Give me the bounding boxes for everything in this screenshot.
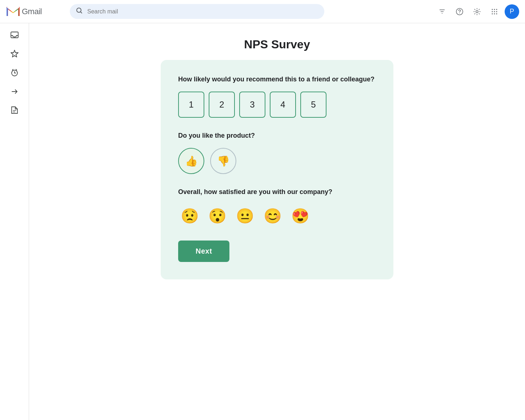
rating-btn-5[interactable]: 5	[300, 92, 326, 118]
sidebar-item-snoozed[interactable]	[6, 64, 23, 81]
svg-point-14	[492, 13, 493, 14]
emoji-btn-3[interactable]: 😐	[233, 204, 257, 227]
thumbs-up-button[interactable]: 👍	[178, 148, 204, 174]
sidebar-item-inbox[interactable]	[6, 26, 23, 44]
emoji-row: 😟 😯 😐 😊 😍	[178, 204, 376, 227]
logo-area: Gmail	[6, 4, 64, 19]
svg-point-10	[496, 9, 497, 10]
emoji-surprised-icon: 😯	[208, 207, 227, 225]
svg-point-16	[496, 13, 497, 14]
main-layout: NPS Survey How likely would you recommen…	[0, 23, 525, 420]
filter-icon	[438, 8, 446, 15]
page-title: NPS Survey	[244, 38, 310, 51]
help-button[interactable]	[452, 4, 467, 19]
svg-point-15	[494, 13, 495, 14]
svg-point-9	[494, 9, 495, 10]
thumbs-up-icon: 👍	[185, 155, 198, 167]
thumbs-down-button[interactable]: 👎	[210, 148, 236, 174]
emoji-neutral-icon: 😐	[236, 207, 254, 225]
emoji-btn-2[interactable]: 😯	[206, 204, 229, 227]
content-area: NPS Survey How likely would you recommen…	[29, 23, 525, 420]
help-icon	[456, 8, 464, 16]
thumbs-down-icon: 👎	[217, 155, 230, 167]
sidebar-item-sent[interactable]	[6, 83, 23, 100]
emoji-sad-icon: 😟	[181, 207, 199, 225]
svg-point-7	[476, 11, 478, 13]
search-bar[interactable]	[70, 4, 324, 19]
sidebar	[0, 23, 29, 420]
question-2-label: Do you like the product?	[178, 131, 376, 141]
svg-point-13	[496, 11, 497, 12]
sidebar-item-drafts[interactable]	[6, 102, 23, 119]
filter-icon-button[interactable]	[435, 4, 449, 19]
header-actions: P	[435, 4, 519, 19]
survey-card: How likely would you recommend this to a…	[161, 60, 393, 279]
rating-btn-4[interactable]: 4	[270, 92, 296, 118]
emoji-btn-1[interactable]: 😟	[178, 204, 201, 227]
svg-point-11	[492, 11, 493, 12]
emoji-love-icon: 😍	[291, 207, 309, 225]
settings-icon	[473, 8, 481, 16]
sidebar-item-starred[interactable]	[6, 45, 23, 62]
search-input[interactable]	[87, 8, 318, 15]
apps-icon	[491, 8, 498, 15]
svg-point-12	[494, 11, 495, 12]
emoji-btn-5[interactable]: 😍	[289, 204, 312, 227]
apps-button[interactable]	[487, 4, 502, 19]
avatar[interactable]: P	[505, 4, 519, 19]
svg-point-8	[492, 9, 493, 10]
emoji-happy-icon: 😊	[264, 207, 282, 225]
settings-button[interactable]	[470, 4, 484, 19]
question-3-label: Overall, how satisfied are you with our …	[178, 187, 376, 197]
next-button[interactable]: Next	[178, 241, 229, 262]
search-icon	[76, 7, 83, 16]
gmail-label: Gmail	[22, 7, 42, 16]
rating-btn-1[interactable]: 1	[178, 92, 204, 118]
gmail-header: Gmail	[0, 0, 525, 23]
svg-point-6	[459, 13, 460, 13]
question-1-label: How likely would you recommend this to a…	[178, 74, 376, 84]
rating-btn-3[interactable]: 3	[239, 92, 265, 118]
gmail-logo-icon	[6, 4, 20, 19]
emoji-btn-4[interactable]: 😊	[261, 204, 284, 227]
rating-row: 1 2 3 4 5	[178, 92, 376, 118]
rating-btn-2[interactable]: 2	[209, 92, 235, 118]
thumbs-row: 👍 👎	[178, 148, 376, 174]
